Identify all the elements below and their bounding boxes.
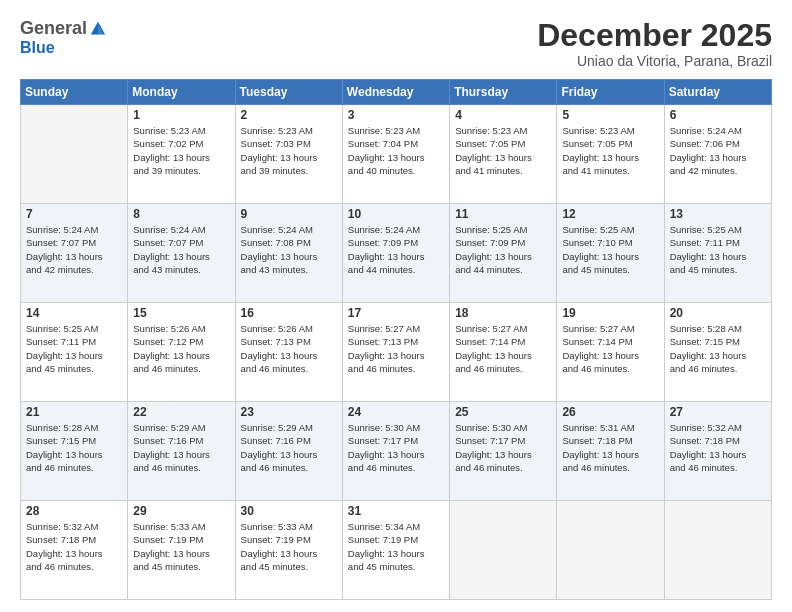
table-row: 11Sunrise: 5:25 AMSunset: 7:09 PMDayligh… — [450, 204, 557, 303]
day-info: Sunrise: 5:25 AMSunset: 7:11 PMDaylight:… — [670, 223, 766, 276]
col-friday: Friday — [557, 80, 664, 105]
day-number: 11 — [455, 207, 551, 221]
day-number: 12 — [562, 207, 658, 221]
day-number: 26 — [562, 405, 658, 419]
day-number: 16 — [241, 306, 337, 320]
title-block: December 2025 Uniao da Vitoria, Parana, … — [537, 18, 772, 69]
table-row: 10Sunrise: 5:24 AMSunset: 7:09 PMDayligh… — [342, 204, 449, 303]
day-number: 22 — [133, 405, 229, 419]
logo: General Blue — [20, 18, 107, 57]
table-row: 7Sunrise: 5:24 AMSunset: 7:07 PMDaylight… — [21, 204, 128, 303]
day-number: 24 — [348, 405, 444, 419]
table-row: 14Sunrise: 5:25 AMSunset: 7:11 PMDayligh… — [21, 303, 128, 402]
table-row: 28Sunrise: 5:32 AMSunset: 7:18 PMDayligh… — [21, 501, 128, 600]
table-row: 9Sunrise: 5:24 AMSunset: 7:08 PMDaylight… — [235, 204, 342, 303]
day-number: 18 — [455, 306, 551, 320]
table-row: 17Sunrise: 5:27 AMSunset: 7:13 PMDayligh… — [342, 303, 449, 402]
col-wednesday: Wednesday — [342, 80, 449, 105]
table-row: 27Sunrise: 5:32 AMSunset: 7:18 PMDayligh… — [664, 402, 771, 501]
day-number: 3 — [348, 108, 444, 122]
day-number: 23 — [241, 405, 337, 419]
calendar-week-row: 7Sunrise: 5:24 AMSunset: 7:07 PMDaylight… — [21, 204, 772, 303]
day-info: Sunrise: 5:28 AMSunset: 7:15 PMDaylight:… — [26, 421, 122, 474]
table-row: 3Sunrise: 5:23 AMSunset: 7:04 PMDaylight… — [342, 105, 449, 204]
day-info: Sunrise: 5:33 AMSunset: 7:19 PMDaylight:… — [241, 520, 337, 573]
table-row — [450, 501, 557, 600]
day-info: Sunrise: 5:24 AMSunset: 7:07 PMDaylight:… — [133, 223, 229, 276]
day-number: 27 — [670, 405, 766, 419]
table-row: 22Sunrise: 5:29 AMSunset: 7:16 PMDayligh… — [128, 402, 235, 501]
day-info: Sunrise: 5:24 AMSunset: 7:09 PMDaylight:… — [348, 223, 444, 276]
day-number: 21 — [26, 405, 122, 419]
table-row: 20Sunrise: 5:28 AMSunset: 7:15 PMDayligh… — [664, 303, 771, 402]
day-info: Sunrise: 5:23 AMSunset: 7:05 PMDaylight:… — [562, 124, 658, 177]
col-monday: Monday — [128, 80, 235, 105]
day-number: 4 — [455, 108, 551, 122]
table-row: 18Sunrise: 5:27 AMSunset: 7:14 PMDayligh… — [450, 303, 557, 402]
calendar-week-row: 1Sunrise: 5:23 AMSunset: 7:02 PMDaylight… — [21, 105, 772, 204]
day-info: Sunrise: 5:24 AMSunset: 7:08 PMDaylight:… — [241, 223, 337, 276]
table-row: 13Sunrise: 5:25 AMSunset: 7:11 PMDayligh… — [664, 204, 771, 303]
page: General Blue December 2025 Uniao da Vito… — [0, 0, 792, 612]
day-number: 17 — [348, 306, 444, 320]
day-number: 6 — [670, 108, 766, 122]
table-row: 31Sunrise: 5:34 AMSunset: 7:19 PMDayligh… — [342, 501, 449, 600]
day-number: 14 — [26, 306, 122, 320]
day-info: Sunrise: 5:24 AMSunset: 7:07 PMDaylight:… — [26, 223, 122, 276]
table-row: 26Sunrise: 5:31 AMSunset: 7:18 PMDayligh… — [557, 402, 664, 501]
table-row: 1Sunrise: 5:23 AMSunset: 7:02 PMDaylight… — [128, 105, 235, 204]
day-info: Sunrise: 5:30 AMSunset: 7:17 PMDaylight:… — [348, 421, 444, 474]
table-row — [557, 501, 664, 600]
table-row: 19Sunrise: 5:27 AMSunset: 7:14 PMDayligh… — [557, 303, 664, 402]
day-number: 19 — [562, 306, 658, 320]
day-info: Sunrise: 5:23 AMSunset: 7:02 PMDaylight:… — [133, 124, 229, 177]
table-row: 25Sunrise: 5:30 AMSunset: 7:17 PMDayligh… — [450, 402, 557, 501]
table-row: 30Sunrise: 5:33 AMSunset: 7:19 PMDayligh… — [235, 501, 342, 600]
calendar-table: Sunday Monday Tuesday Wednesday Thursday… — [20, 79, 772, 600]
day-number: 2 — [241, 108, 337, 122]
day-info: Sunrise: 5:23 AMSunset: 7:03 PMDaylight:… — [241, 124, 337, 177]
table-row: 16Sunrise: 5:26 AMSunset: 7:13 PMDayligh… — [235, 303, 342, 402]
day-number: 15 — [133, 306, 229, 320]
table-row: 8Sunrise: 5:24 AMSunset: 7:07 PMDaylight… — [128, 204, 235, 303]
calendar-week-row: 28Sunrise: 5:32 AMSunset: 7:18 PMDayligh… — [21, 501, 772, 600]
day-info: Sunrise: 5:25 AMSunset: 7:11 PMDaylight:… — [26, 322, 122, 375]
day-number: 7 — [26, 207, 122, 221]
logo-general: General — [20, 18, 87, 39]
day-number: 1 — [133, 108, 229, 122]
day-info: Sunrise: 5:34 AMSunset: 7:19 PMDaylight:… — [348, 520, 444, 573]
calendar-header-row: Sunday Monday Tuesday Wednesday Thursday… — [21, 80, 772, 105]
col-tuesday: Tuesday — [235, 80, 342, 105]
day-number: 5 — [562, 108, 658, 122]
day-number: 9 — [241, 207, 337, 221]
location-subtitle: Uniao da Vitoria, Parana, Brazil — [537, 53, 772, 69]
day-info: Sunrise: 5:26 AMSunset: 7:12 PMDaylight:… — [133, 322, 229, 375]
day-info: Sunrise: 5:27 AMSunset: 7:14 PMDaylight:… — [455, 322, 551, 375]
day-number: 28 — [26, 504, 122, 518]
table-row: 24Sunrise: 5:30 AMSunset: 7:17 PMDayligh… — [342, 402, 449, 501]
table-row: 5Sunrise: 5:23 AMSunset: 7:05 PMDaylight… — [557, 105, 664, 204]
table-row — [664, 501, 771, 600]
day-info: Sunrise: 5:23 AMSunset: 7:05 PMDaylight:… — [455, 124, 551, 177]
day-info: Sunrise: 5:32 AMSunset: 7:18 PMDaylight:… — [670, 421, 766, 474]
table-row — [21, 105, 128, 204]
day-info: Sunrise: 5:26 AMSunset: 7:13 PMDaylight:… — [241, 322, 337, 375]
day-info: Sunrise: 5:24 AMSunset: 7:06 PMDaylight:… — [670, 124, 766, 177]
col-thursday: Thursday — [450, 80, 557, 105]
day-info: Sunrise: 5:32 AMSunset: 7:18 PMDaylight:… — [26, 520, 122, 573]
header: General Blue December 2025 Uniao da Vito… — [20, 18, 772, 69]
day-info: Sunrise: 5:29 AMSunset: 7:16 PMDaylight:… — [133, 421, 229, 474]
day-number: 25 — [455, 405, 551, 419]
table-row: 23Sunrise: 5:29 AMSunset: 7:16 PMDayligh… — [235, 402, 342, 501]
day-number: 31 — [348, 504, 444, 518]
col-saturday: Saturday — [664, 80, 771, 105]
day-info: Sunrise: 5:28 AMSunset: 7:15 PMDaylight:… — [670, 322, 766, 375]
month-title: December 2025 — [537, 18, 772, 53]
table-row: 29Sunrise: 5:33 AMSunset: 7:19 PMDayligh… — [128, 501, 235, 600]
day-info: Sunrise: 5:27 AMSunset: 7:14 PMDaylight:… — [562, 322, 658, 375]
day-number: 10 — [348, 207, 444, 221]
day-number: 20 — [670, 306, 766, 320]
day-number: 29 — [133, 504, 229, 518]
day-info: Sunrise: 5:31 AMSunset: 7:18 PMDaylight:… — [562, 421, 658, 474]
logo-blue: Blue — [20, 39, 55, 56]
